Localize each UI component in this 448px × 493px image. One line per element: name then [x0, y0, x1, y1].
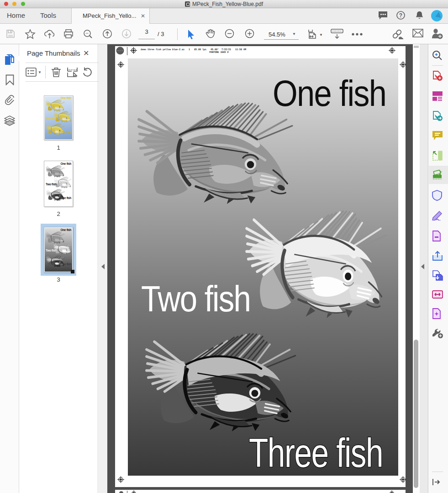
svg-text:?: ?	[399, 12, 402, 19]
